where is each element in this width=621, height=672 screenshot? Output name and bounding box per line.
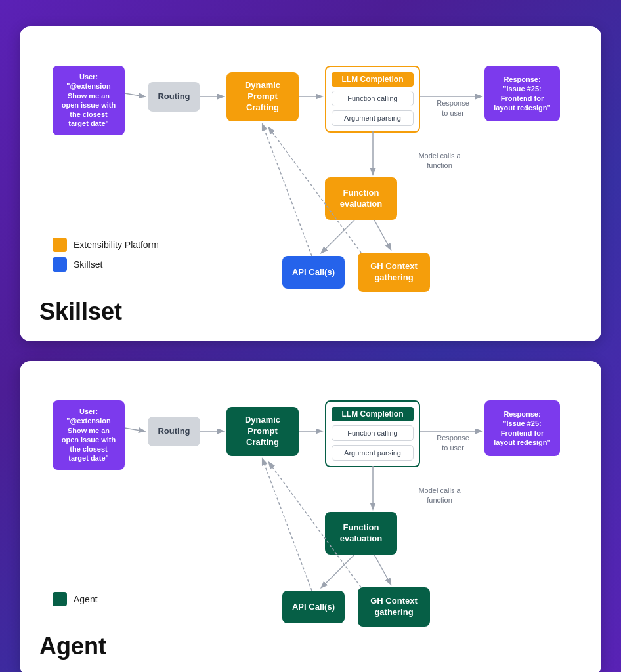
agent-function-eval-node: Function evaluation <box>325 512 397 555</box>
svg-line-6 <box>374 220 391 249</box>
svg-line-5 <box>322 220 354 253</box>
agent-card: User: "@extension Show me an open issue … <box>20 361 601 672</box>
skillset-llm-container: LLM Completion Function calling Argument… <box>325 66 420 133</box>
skillset-card: User: "@extension Show me an open issue … <box>20 26 601 341</box>
skillset-dynamic-prompt-node: Dynamic Prompt Crafting <box>226 72 299 121</box>
svg-line-0 <box>125 93 144 96</box>
skillset-legend-skillset: Skillset <box>53 257 159 272</box>
agent-gh-node: GH Context gathering <box>358 587 430 627</box>
svg-line-14 <box>322 555 354 587</box>
svg-line-15 <box>374 555 391 584</box>
skillset-legend-yellow-box <box>53 238 67 252</box>
agent-response-to-user-text: Response to user <box>437 434 469 452</box>
agent-argument-parsing: Argument parsing <box>332 445 414 461</box>
agent-legend: Agent <box>53 592 98 606</box>
skillset-model-calls-text: Model calls a function <box>418 152 460 169</box>
skillset-dynamic-prompt-text: Dynamic Prompt Crafting <box>234 80 291 114</box>
agent-model-calls-label: Model calls a function <box>415 486 464 506</box>
agent-dynamic-prompt-node: Dynamic Prompt Crafting <box>226 407 299 456</box>
skillset-argument-parsing: Argument parsing <box>332 110 414 126</box>
skillset-gh-text: GH Context gathering <box>366 261 422 284</box>
agent-llm-title: LLM Completion <box>332 407 414 421</box>
agent-routing-text: Routing <box>158 426 190 437</box>
agent-legend-agent-label: Agent <box>74 594 98 604</box>
skillset-function-calling: Function calling <box>332 91 414 106</box>
skillset-response-text: Response: "Issue #25: Frontend for layou… <box>492 75 552 112</box>
skillset-api-node: API Call(s) <box>282 256 345 289</box>
skillset-response-to-user-text: Response to user <box>437 99 469 117</box>
skillset-routing-text: Routing <box>158 91 190 102</box>
agent-llm-container: LLM Completion Function calling Argument… <box>325 400 420 467</box>
skillset-routing-node: Routing <box>148 82 200 112</box>
svg-line-7 <box>263 125 312 256</box>
skillset-user-node: User: "@extension Show me an open issue … <box>53 66 125 135</box>
agent-response-label: Response to user <box>433 433 473 453</box>
skillset-gh-node: GH Context gathering <box>358 253 430 292</box>
agent-user-node: User: "@extension Show me an open issue … <box>53 400 125 470</box>
agent-legend-agent: Agent <box>53 592 98 606</box>
skillset-user-text: User: "@extension Show me an open issue … <box>60 72 117 129</box>
skillset-llm-title: LLM Completion <box>332 72 414 87</box>
agent-user-text: User: "@extension Show me an open issue … <box>60 407 117 463</box>
agent-response-text: Response: "Issue #25: Frontend for layou… <box>492 410 552 447</box>
skillset-legend-extensibility-label: Extensibility Platform <box>74 240 159 250</box>
skillset-function-eval-text: Function evaluation <box>333 188 389 210</box>
agent-legend-green-box <box>53 592 67 606</box>
skillset-model-calls-label: Model calls a function <box>415 151 464 171</box>
agent-api-node: API Call(s) <box>282 591 345 623</box>
agent-dynamic-prompt-text: Dynamic Prompt Crafting <box>234 415 291 448</box>
agent-gh-text: GH Context gathering <box>366 596 422 618</box>
skillset-title: Skillset <box>39 298 122 326</box>
svg-line-9 <box>125 428 144 431</box>
agent-function-calling: Function calling <box>332 425 414 441</box>
svg-line-16 <box>263 459 312 591</box>
skillset-legend-extensibility: Extensibility Platform <box>53 238 159 252</box>
skillset-response-node: Response: "Issue #25: Frontend for layou… <box>484 66 560 121</box>
skillset-legend-blue-box <box>53 257 67 272</box>
agent-model-calls-text: Model calls a function <box>418 486 460 504</box>
skillset-response-label: Response to user <box>433 98 473 119</box>
agent-api-text: API Call(s) <box>292 602 335 613</box>
agent-response-node: Response: "Issue #25: Frontend for layou… <box>484 400 560 456</box>
skillset-legend: Extensibility Platform Skillset <box>53 238 159 272</box>
skillset-api-text: API Call(s) <box>292 267 335 278</box>
skillset-function-eval-node: Function evaluation <box>325 177 397 220</box>
agent-function-eval-text: Function evaluation <box>333 522 389 545</box>
agent-routing-node: Routing <box>148 417 200 446</box>
skillset-legend-skillset-label: Skillset <box>74 259 102 270</box>
agent-title: Agent <box>39 633 106 660</box>
